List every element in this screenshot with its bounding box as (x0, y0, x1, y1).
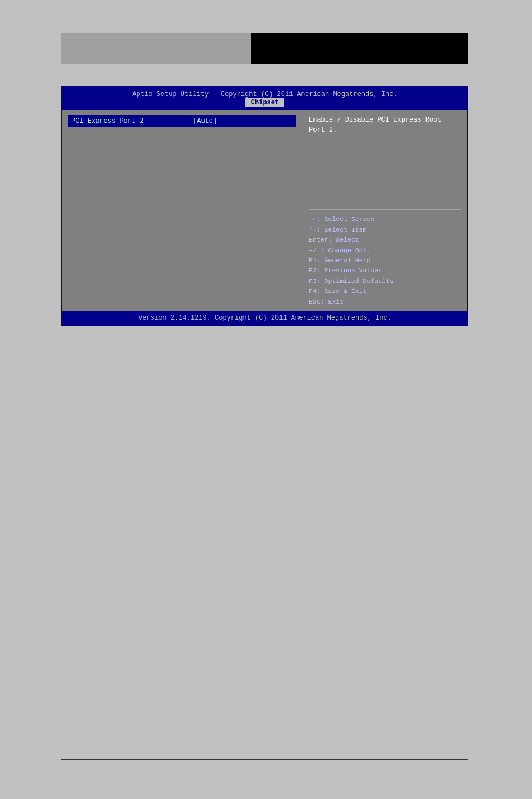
shortcut-f3-defaults: F3: Optimized Defaults (309, 276, 461, 286)
shortcut-select-item: ↑↓: Select Item (309, 225, 461, 235)
top-banner-right (251, 33, 468, 64)
shortcut-select-screen: →←: Select Screen (309, 214, 461, 224)
shortcut-f2-prev: F2: Previous Values (309, 266, 461, 276)
top-banner (61, 33, 468, 64)
shortcut-esc-exit: ESC: Exit (309, 297, 461, 307)
panel-divider (309, 209, 461, 210)
bios-right-panel: Enable / Disable PCI Express Root Port 2… (302, 110, 467, 311)
bios-left-panel: PCI Express Port 2 [Auto] (62, 110, 302, 311)
help-text: Enable / Disable PCI Express Root Port 2… (309, 115, 461, 205)
bios-title: Aptio Setup Utility - Copyright (C) 2011… (62, 90, 467, 98)
bios-footer: Version 2.14.1219. Copyright (C) 2011 Am… (62, 311, 467, 325)
setting-name: PCI Express Port 2 (68, 116, 191, 126)
bios-tab-row: Chipset (62, 98, 467, 109)
bios-header: Aptio Setup Utility - Copyright (C) 2011… (62, 88, 467, 110)
table-row[interactable]: PCI Express Port 2 [Auto] (68, 115, 296, 127)
bios-container: Aptio Setup Utility - Copyright (C) 2011… (61, 86, 468, 326)
setting-value: [Auto] (191, 116, 219, 126)
bottom-divider-line (61, 759, 468, 760)
shortcut-enter-select: Enter: Select (309, 235, 461, 245)
top-banner-left (61, 33, 251, 64)
shortcut-change-opt: +/-: Change Opt. (309, 246, 461, 256)
shortcut-f4-save: F4: Save & Exit (309, 286, 461, 296)
bios-main: PCI Express Port 2 [Auto] Enable / Disab… (62, 110, 467, 311)
shortcut-f1-help: F1: General Help (309, 256, 461, 266)
bios-tab-chipset[interactable]: Chipset (245, 98, 284, 107)
shortcuts-panel: →←: Select Screen ↑↓: Select Item Enter:… (309, 214, 461, 307)
